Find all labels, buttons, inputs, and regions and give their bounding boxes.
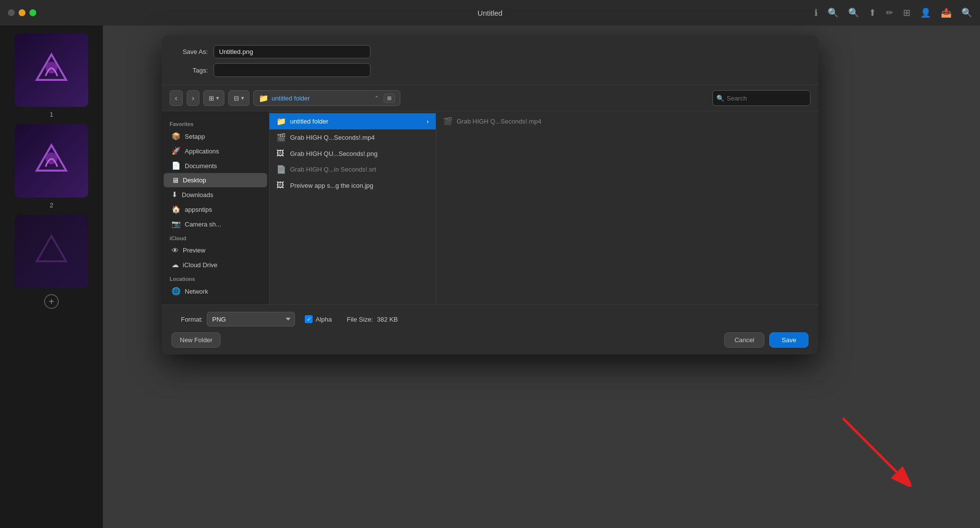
titlebar-icons: ℹ 🔍 🔍 ⬆ ✏ ⊞ 👤 📤 🔍 xyxy=(814,7,972,18)
traffic-lights xyxy=(8,9,36,16)
window-title: Untitled xyxy=(478,9,503,17)
format-label: Format: xyxy=(173,316,203,323)
maximize-button[interactable] xyxy=(29,9,36,16)
sidebar-item-camerash[interactable]: 📷 Camera sh... xyxy=(164,217,267,231)
search-input[interactable] xyxy=(712,90,810,106)
save-dialog: Save As: Tags: ‹ › ⊞ ▾ ⊟ ▾ xyxy=(162,35,818,354)
sidebar-item-applications[interactable]: 🚀 Applications xyxy=(164,144,267,158)
format-select[interactable]: PNG JPEG TIFF BMP PDF xyxy=(207,312,295,327)
file-item-right-0[interactable]: 🎬 Grab HIGH Q...Seconds!.mp4 xyxy=(436,113,818,129)
folder-icon: 📁 xyxy=(259,94,269,103)
locations-label: Locations xyxy=(162,272,269,284)
file-item-3[interactable]: 📄 Grab HIGH Q...in Seconds!.srt xyxy=(270,161,436,177)
sidebar-item-downloads[interactable]: ⬇ Downloads xyxy=(164,187,267,202)
camerash-icon: 📷 xyxy=(172,220,181,228)
format-row: Format: PNG JPEG TIFF BMP PDF xyxy=(173,312,295,327)
file-size-label: File Size: xyxy=(343,316,373,323)
main-area: 1 2 + Sav xyxy=(0,25,980,528)
file-item-4[interactable]: 🖼 Preivew app s...g the icon.jpg xyxy=(270,177,436,193)
dialog-body: Favorites 📦 Setapp 🚀 Applications 📄 Docu… xyxy=(162,111,818,304)
info-icon[interactable]: ℹ xyxy=(814,7,818,18)
sidebar-item-label-setapp: Setapp xyxy=(185,133,205,140)
file-sidebar: Favorites 📦 Setapp 🚀 Applications 📄 Docu… xyxy=(162,111,270,304)
dialog-overlay: Save As: Tags: ‹ › ⊞ ▾ ⊟ ▾ xyxy=(0,25,980,528)
dialog-header: Save As: Tags: xyxy=(162,35,818,85)
sidebar-item-documents[interactable]: 📄 Documents xyxy=(164,158,267,173)
doc-icon-3: 📄 xyxy=(276,165,286,174)
view-columns-button[interactable]: ⊞ ▾ xyxy=(203,90,224,106)
file-list-area: 📁 untitled folder › 🎬 Grab HIGH Q...Seco… xyxy=(270,111,818,304)
view-chevron: ▾ xyxy=(216,95,219,101)
folder-expand-button[interactable]: ⊞ xyxy=(384,94,395,103)
export-icon[interactable]: 📤 xyxy=(941,7,952,18)
person-icon[interactable]: 👤 xyxy=(920,7,931,18)
sidebar-item-setapp[interactable]: 📦 Setapp xyxy=(164,129,267,144)
cancel-button[interactable]: Cancel xyxy=(724,332,764,348)
alpha-label: Alpha xyxy=(316,316,332,323)
file-item-label-3: Grab HIGH Q...in Seconds!.srt xyxy=(290,166,376,173)
network-icon: 🌐 xyxy=(172,287,181,296)
image-icon-2: 🖼 xyxy=(276,149,286,158)
zoom-out-icon[interactable]: 🔍 xyxy=(828,7,838,18)
sidebar-item-label-documents: Documents xyxy=(185,162,217,170)
sidebar-item-desktop[interactable]: 🖥 Desktop xyxy=(164,173,267,187)
zoom-in-icon[interactable]: 🔍 xyxy=(848,7,859,18)
alpha-checkbox[interactable]: ✓ xyxy=(305,315,313,323)
save-button[interactable]: Save xyxy=(769,332,808,348)
file-item-label-right-0: Grab HIGH Q...Seconds!.mp4 xyxy=(457,118,541,125)
file-item-label-4: Preivew app s...g the icon.jpg xyxy=(290,182,373,189)
back-button[interactable]: ‹ xyxy=(170,90,183,106)
video-icon-1: 🎬 xyxy=(276,133,286,142)
desktop-icon: 🖥 xyxy=(172,176,179,184)
file-size-row: File Size: 382 KB xyxy=(342,316,398,323)
save-as-input[interactable] xyxy=(214,45,370,58)
share-icon[interactable]: ⬆ xyxy=(869,7,876,18)
grid-chevron: ▾ xyxy=(241,95,244,101)
tags-row: Tags: xyxy=(173,63,807,77)
folder-item-icon: 📁 xyxy=(276,117,286,126)
image-icon-4: 🖼 xyxy=(276,181,286,190)
file-item-0[interactable]: 📁 untitled folder › xyxy=(270,113,436,129)
preview-icon: 👁 xyxy=(172,246,179,254)
sidebar-item-label-downloads: Downloads xyxy=(182,191,213,199)
documents-icon: 📄 xyxy=(172,161,181,170)
downloads-icon: ⬇ xyxy=(172,190,178,199)
search-wrap: 🔍 xyxy=(712,90,810,106)
sidebar-item-appsntips[interactable]: 🏠 appsntips xyxy=(164,202,267,217)
sidebar-item-network[interactable]: 🌐 Network xyxy=(164,284,267,299)
footer-buttons: New Folder Cancel Save xyxy=(172,332,808,348)
file-size-value: 382 KB xyxy=(377,316,398,323)
file-list-left: 📁 untitled folder › 🎬 Grab HIGH Q...Seco… xyxy=(270,111,436,304)
appsntips-icon: 🏠 xyxy=(172,205,181,214)
tags-label: Tags: xyxy=(173,67,208,74)
titlebar: Untitled ℹ 🔍 🔍 ⬆ ✏ ⊞ 👤 📤 🔍 xyxy=(0,0,980,25)
forward-button[interactable]: › xyxy=(187,90,200,106)
sidebar-item-label-icloud: iCloud Drive xyxy=(183,261,218,269)
arrange-icon[interactable]: ⊞ xyxy=(903,7,910,18)
file-list-right: 🎬 Grab HIGH Q...Seconds!.mp4 xyxy=(436,111,818,304)
sidebar-item-label-preview: Preview xyxy=(183,247,205,254)
sidebar-item-icloud-drive[interactable]: ☁ iCloud Drive xyxy=(164,257,267,272)
sidebar-item-label-camerash: Camera sh... xyxy=(185,221,221,228)
footer-options: Format: PNG JPEG TIFF BMP PDF ✓ Alpha xyxy=(172,312,808,327)
sidebar-item-label-applications: Applications xyxy=(185,148,219,155)
view-grid-button[interactable]: ⊟ ▾ xyxy=(228,90,249,106)
tags-input[interactable] xyxy=(214,63,370,77)
action-buttons: Cancel Save xyxy=(724,332,808,348)
close-button[interactable] xyxy=(8,9,15,16)
search-icon-small: 🔍 xyxy=(716,95,724,102)
new-folder-button[interactable]: New Folder xyxy=(172,332,220,348)
file-item-1[interactable]: 🎬 Grab HIGH Q...Seconds!.mp4 xyxy=(270,129,436,146)
video-icon-right: 🎬 xyxy=(443,117,453,126)
arrow-annotation xyxy=(833,408,911,489)
alpha-checkbox-wrap: ✓ Alpha xyxy=(305,315,332,323)
search-icon[interactable]: 🔍 xyxy=(961,7,972,18)
minimize-button[interactable] xyxy=(19,9,25,16)
sidebar-item-preview[interactable]: 👁 Preview xyxy=(164,243,267,257)
edit-icon[interactable]: ✏ xyxy=(886,7,893,18)
file-item-label-0: untitled folder xyxy=(290,118,328,125)
file-item-2[interactable]: 🖼 Grab HIGH QU...Seconds!.png xyxy=(270,146,436,161)
folder-selector[interactable]: 📁 untitled folder ⌃ ⊞ xyxy=(253,90,400,106)
columns-icon: ⊞ xyxy=(209,95,214,102)
folder-name: untitled folder xyxy=(271,95,310,102)
